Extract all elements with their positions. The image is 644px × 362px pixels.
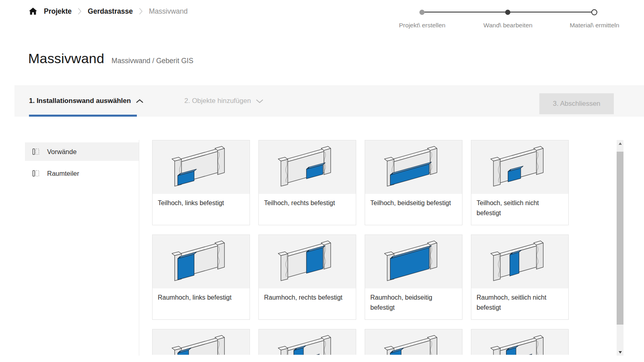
wall-variant-grid: Teilhoch, links befestigt Teilhoch, rech… [152,140,569,355]
chevron-right-icon [78,8,82,15]
progress-stepper: Projekt\ erstellen Wand\ bearbeiten Mate… [396,6,630,31]
card-label: Teilhoch, beidseitig befestigt [365,194,462,208]
card-kombination-mitte-2[interactable] [471,329,569,355]
wall-illustration [259,329,356,355]
stepper-label-wand: Wand\ bearbeiten [483,22,533,29]
wall-icon [31,147,40,156]
step-content: Vorwände Raumteiler [14,117,644,356]
wall-illustration [259,140,356,194]
card-kombination-links[interactable] [152,329,250,355]
tab-objekte-hinzufuegen: 2. Objekte hinzufügen [184,85,264,117]
card-raumhoch-rechts-befestigt[interactable]: Raumhoch, rechts befestigt [258,234,356,320]
stepper-label-material: Material\ ermitteln [570,22,619,29]
stepper-dot-todo [591,9,597,15]
wall-type-list: Vorwände Raumteiler [25,142,139,186]
chevron-down-icon [256,99,264,103]
card-teilhoch-seitlich-nicht-befestigt[interactable]: Teilhoch, seitlich nicht befestigt [471,140,569,225]
wall-illustration [471,140,568,194]
stepper-dot-done [419,10,425,15]
stepper-label-projekt: Projekt\ erstellen [399,22,445,29]
card-label: Raumhoch, rechts befestigt [259,288,356,303]
card-label: Raumhoch, beidseitig befestigt [365,288,462,313]
wall-illustration [471,235,568,288]
scrollbar-thumb[interactable] [617,152,623,325]
page-subtitle: Massivwand / Geberit GIS [111,57,193,65]
wizard-panel: 1. Installationswand auswählen 2. Objekt… [14,85,644,356]
wall-illustration [153,235,250,288]
breadcrumb-item-massivwand: Massivwand [149,7,188,16]
card-raumhoch-links-befestigt[interactable]: Raumhoch, links befestigt [152,234,250,320]
sidebar-item-vorwaende[interactable]: Vorwände [25,142,139,161]
breadcrumb-item-projekte[interactable]: Projekte [44,7,72,16]
card-label: Teilhoch, links befestigt [153,194,250,208]
wall-illustration [471,329,568,355]
chevron-right-icon [139,8,143,15]
step-tabstrip: 1. Installationswand auswählen 2. Objekt… [14,85,644,117]
card-kombination-links-2[interactable] [365,329,462,355]
card-teilhoch-links-befestigt[interactable]: Teilhoch, links befestigt [152,140,250,225]
wall-illustration [365,329,462,355]
wall-illustration [153,140,250,194]
chevron-up-icon [136,99,144,103]
stepper-dot-active [505,10,510,15]
scroll-down-button[interactable] [617,349,623,356]
card-label: Raumhoch, links befestigt [153,288,250,303]
breadcrumb: Projekte Gerdastrasse Massivwand [28,6,188,16]
wall-icon [31,169,40,178]
page-header: Massivwand Massivwand / Geberit GIS [28,51,193,66]
sidebar-item-raumteiler[interactable]: Raumteiler [25,164,139,183]
card-kombination-mitte[interactable] [258,329,356,355]
scroll-up-button[interactable] [617,140,623,147]
card-label: Raumhoch, seitlich nicht befestigt [471,288,568,313]
tab-label: 1. Installationswand auswählen [29,97,131,105]
card-label: Teilhoch, rechts befestigt [259,194,356,208]
wall-illustration [365,235,462,288]
sidebar-item-label: Vorwände [47,148,76,156]
tab-label: 2. Objekte hinzufügen [184,97,251,105]
abschliessen-button[interactable]: 3. Abschliessen [539,93,614,114]
card-teilhoch-rechts-befestigt[interactable]: Teilhoch, rechts befestigt [258,140,356,225]
wall-illustration [259,235,356,288]
page-title: Massivwand [28,51,104,66]
card-teilhoch-beidseitig-befestigt[interactable]: Teilhoch, beidseitig befestigt [365,140,462,225]
sidebar-divider [139,140,139,356]
card-raumhoch-beidseitig-befestigt[interactable]: Raumhoch, beidseitig befestigt [365,234,462,320]
sidebar-item-label: Raumteiler [47,170,79,177]
card-label: Teilhoch, seitlich nicht befestigt [471,194,568,218]
wall-illustration [153,329,250,355]
triangle-up-icon [619,142,622,145]
vertical-scrollbar[interactable] [617,140,623,356]
card-raumhoch-seitlich-nicht-befestigt[interactable]: Raumhoch, seitlich nicht befestigt [471,234,569,320]
home-icon[interactable] [28,6,38,16]
tab-installationswand-auswaehlen[interactable]: 1. Installationswand auswählen [29,85,144,117]
wall-illustration [365,140,462,194]
breadcrumb-item-gerdastrasse[interactable]: Gerdastrasse [88,7,133,16]
triangle-down-icon [619,351,622,354]
